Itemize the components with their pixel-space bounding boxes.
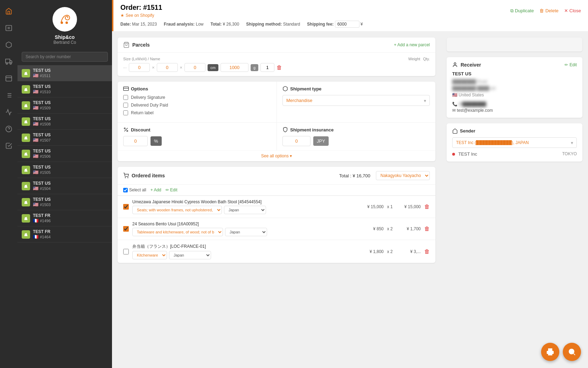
item-category-select-2[interactable]: Tableware and kitchenware, of wood; not …: [132, 228, 223, 236]
options-card: Options Delivery Signature Delivered Dut…: [118, 82, 435, 161]
select-all-checkbox[interactable]: [123, 188, 128, 192]
shopify-link-label[interactable]: See on Shopify: [126, 13, 154, 18]
item-category-select-3[interactable]: Kitchenware: [132, 251, 167, 259]
item-details-2: 24 Seasons Bento Usui [16A00952] Tablewa…: [132, 222, 370, 236]
add-parcel-button[interactable]: + Add a new parcel: [394, 42, 430, 47]
return-label-checkbox[interactable]: [123, 110, 128, 115]
order-item-row-1: Umezawa Japanese Hinoki Cypress Wooden B…: [118, 196, 435, 218]
shopify-link[interactable]: ★ See on Shopify: [120, 13, 162, 18]
sidebar-order-item-#1509[interactable]: TEST US 🇺🇸#1509: [18, 97, 112, 114]
nav-icon-orders[interactable]: [3, 22, 14, 34]
parcel-delete-button[interactable]: 🗑: [276, 64, 282, 71]
select-all-label: Select all: [129, 188, 146, 192]
sidebar-order-item-#1508[interactable]: TEST US 🇺🇸#1508: [18, 114, 112, 130]
item-delete-button-3[interactable]: 🗑: [424, 248, 430, 255]
shipment-type-select[interactable]: Merchandise Documents Gift Returned Good…: [282, 95, 430, 106]
order-name: TEST US: [33, 149, 108, 154]
delivered-duty-paid-checkbox[interactable]: [123, 103, 128, 108]
weight-input[interactable]: [220, 63, 248, 72]
nav-icon-box[interactable]: [3, 39, 14, 50]
insurance-unit-button[interactable]: JPY: [313, 136, 329, 146]
return-label-option[interactable]: Return label: [123, 110, 271, 115]
sidebar-order-item-#1504[interactable]: TEST US 🇺🇸#1504: [18, 178, 112, 194]
item-country-select-2[interactable]: Japan: [225, 228, 267, 236]
search-input[interactable]: [22, 52, 108, 62]
receiver-edit-label: Edit: [569, 62, 577, 67]
svg-rect-21: [124, 87, 129, 91]
search-button[interactable]: [563, 343, 581, 361]
order-shipping-method-label: Shipping method: Standard: [246, 22, 300, 27]
duplicate-button[interactable]: ⧉ Duplicate: [510, 8, 534, 14]
nav-icon-chart[interactable]: [3, 107, 14, 118]
discount-input[interactable]: [123, 136, 148, 146]
item-name-3: 弁当箱（フランス）[LOC-FRANCE-01]: [132, 244, 366, 250]
item-total-1: ¥ 15,000: [396, 204, 421, 209]
sidebar-order-item-#1507[interactable]: TEST US 🇺🇸#1507: [18, 130, 112, 146]
close-button[interactable]: ✕ Close: [564, 8, 581, 13]
sidebar-order-item-#1506[interactable]: TEST US 🇺🇸#1506: [18, 146, 112, 162]
item-total-2: ¥ 1,700: [396, 226, 421, 231]
item-category-select-1[interactable]: Seats; with wooden frames, not upholster…: [132, 206, 222, 214]
item-total-3: ¥ 3,...: [396, 249, 421, 254]
nav-icon-truck[interactable]: [3, 56, 14, 67]
select-all-button[interactable]: Select all: [123, 188, 146, 192]
discount-row: %: [123, 136, 271, 146]
order-number-sidebar: 🇫🇷#1496: [33, 218, 108, 223]
sender-select[interactable]: TEST Inc (████████████), JAPAN: [452, 137, 577, 148]
location-select[interactable]: Nakagyoku Yaoyacho: [376, 171, 430, 180]
svg-point-25: [127, 130, 128, 131]
nav-icon-help[interactable]: [3, 123, 14, 135]
item-qty-1: x 1: [387, 204, 393, 209]
ordered-items-right: Total : ¥ 16,700 Nakagyoku Yaoyacho: [339, 171, 430, 180]
sidebar-order-item-#1511[interactable]: TEST US 🇺🇸#1511: [18, 65, 112, 81]
see-all-options-button[interactable]: See all options ▾: [118, 150, 435, 161]
item-checkbox-3[interactable]: [123, 249, 129, 254]
order-name: TEST US: [33, 68, 108, 73]
dim-unit-badge: cm: [208, 64, 218, 71]
dim-y-input[interactable]: [157, 63, 178, 72]
sidebar-order-item-#1496[interactable]: TEST FR 🇫🇷#1496: [18, 210, 112, 226]
edit-items-button[interactable]: ✏ Edit: [166, 188, 177, 192]
sidebar-order-item-#1505[interactable]: TEST US 🇺🇸#1505: [18, 162, 112, 178]
dim-x-input[interactable]: [129, 63, 150, 72]
shipping-fee-input[interactable]: [335, 21, 359, 28]
order-number-sidebar: 🇺🇸#1510: [33, 89, 108, 94]
item-checkbox-2[interactable]: [123, 226, 129, 232]
qty-input[interactable]: [260, 63, 274, 72]
print-button[interactable]: [541, 343, 559, 361]
nav-icon-export[interactable]: [3, 140, 14, 151]
svg-point-27: [128, 177, 128, 178]
main-content: Order: #1511 ★ See on Shopify ⧉ Duplicat…: [112, 0, 588, 368]
sidebar-order-item-#1510[interactable]: TEST US 🇺🇸#1510: [18, 81, 112, 97]
dim-sep-2: ×: [180, 65, 183, 70]
item-delete-button-1[interactable]: 🗑: [424, 204, 430, 210]
sidebar-order-item-#1503[interactable]: TEST US 🇺🇸#1503: [18, 194, 112, 210]
delivery-signature-checkbox[interactable]: [123, 95, 128, 100]
sidebar-top: Ship&co Bertrand Co: [18, 0, 112, 48]
receiver-edit-button[interactable]: ✏ Edit: [565, 62, 577, 67]
nav-icon-list[interactable]: [3, 90, 14, 101]
receiver-title-row: Receiver ✏ Edit: [452, 62, 577, 68]
parcel-handle: ···: [123, 65, 127, 70]
item-checkbox-1[interactable]: [123, 204, 129, 210]
nav-icon-home[interactable]: [3, 6, 14, 17]
options-grid: Options Delivery Signature Delivered Dut…: [118, 82, 435, 122]
item-country-select-1[interactable]: Japan: [224, 206, 266, 214]
flag-us: 🇺🇸: [452, 93, 457, 97]
sidebar-order-item-#1464[interactable]: TEST FR 🇫🇷#1464: [18, 226, 112, 243]
insurance-input[interactable]: [282, 136, 310, 146]
add-item-button[interactable]: + Add: [150, 188, 161, 192]
discount-unit-button[interactable]: %: [150, 136, 162, 146]
nav-icon-settings[interactable]: [3, 73, 14, 84]
company-name: Ship&co: [55, 34, 75, 40]
dim-z-input[interactable]: [184, 63, 205, 72]
item-unit-price-1: ¥ 15,000: [367, 204, 384, 209]
receiver-title-text: Receiver: [452, 62, 481, 68]
delivery-signature-option[interactable]: Delivery Signature: [123, 95, 271, 100]
order-number-sidebar: 🇺🇸#1507: [33, 137, 108, 143]
delete-button[interactable]: 🗑 Delete: [539, 8, 559, 13]
order-info: TEST US 🇺🇸#1503: [33, 197, 108, 207]
delivered-duty-paid-option[interactable]: Delivered Duty Paid: [123, 103, 271, 108]
item-country-select-3[interactable]: Japan: [169, 251, 211, 259]
item-delete-button-2[interactable]: 🗑: [424, 226, 430, 232]
